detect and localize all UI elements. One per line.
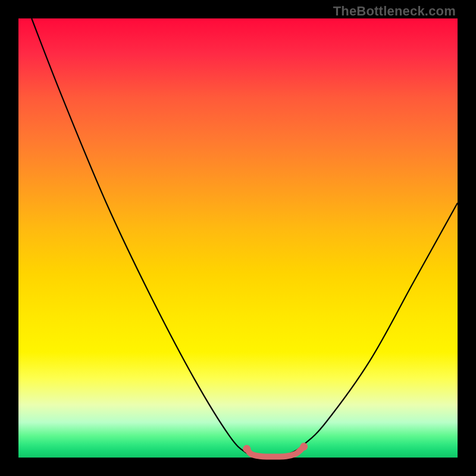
optimal-range-marker [247,447,304,457]
optimal-range-dot [243,445,250,453]
chart-svg [18,18,458,458]
bottleneck-curve [32,18,458,458]
chart-frame: TheBottleneck.com [0,0,476,476]
watermark-text: TheBottleneck.com [333,4,456,19]
optimal-range-dot [300,443,308,450]
